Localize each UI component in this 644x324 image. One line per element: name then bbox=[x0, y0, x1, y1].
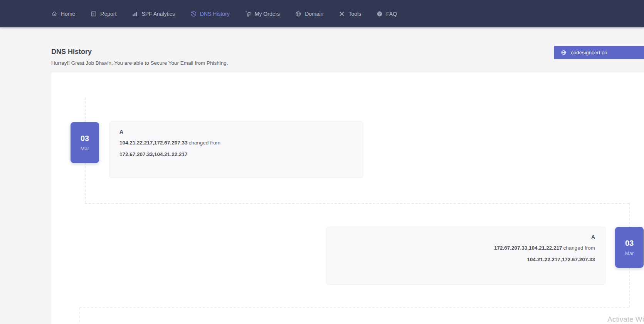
nav-item-label: DNS History bbox=[200, 11, 230, 17]
nav-item-dns-history[interactable]: DNS History bbox=[190, 11, 230, 17]
nav-item-label: My Orders bbox=[255, 11, 280, 17]
new-value: 172.67.207.33,104.21.22.217 bbox=[494, 245, 562, 251]
dns-change-card: A 104.21.22.217,172.67.207.33changed fro… bbox=[109, 121, 363, 178]
nav-item-faq[interactable]: ? FAQ bbox=[377, 11, 397, 17]
domain-selector-button[interactable]: codesigncert.co bbox=[554, 46, 644, 59]
nav-item-home[interactable]: Home bbox=[51, 11, 75, 17]
orders-icon bbox=[245, 11, 251, 17]
date-month: Mar bbox=[81, 146, 89, 151]
nav-item-label: Tools bbox=[348, 11, 361, 17]
change-text: changed from bbox=[188, 140, 220, 146]
page-subtitle: Hurray!! Great Job Bhavin, You are able … bbox=[51, 60, 228, 66]
date-day: 03 bbox=[81, 134, 89, 143]
dns-history-page: Home Report SPF Analytics bbox=[0, 0, 644, 324]
nav-item-label: FAQ bbox=[386, 11, 397, 17]
old-value: 104.21.22.217,172.67.207.33 bbox=[527, 257, 595, 262]
old-value: 172.67.207.33,104.21.22.217 bbox=[119, 151, 187, 157]
analytics-icon bbox=[132, 11, 138, 17]
change-text: changed from bbox=[563, 245, 595, 251]
faq-icon: ? bbox=[377, 11, 383, 17]
date-month: Mar bbox=[625, 250, 634, 256]
svg-text:?: ? bbox=[378, 12, 381, 16]
dns-history-panel: 03 Mar A 104.21.22.217,172.67.207.33chan… bbox=[51, 72, 644, 324]
report-icon bbox=[91, 11, 97, 17]
nav-item-label: Domain bbox=[305, 11, 323, 17]
nav-item-label: SPF Analytics bbox=[141, 11, 175, 17]
domain-button-label: codesigncert.co bbox=[571, 50, 607, 55]
nav-item-my-orders[interactable]: My Orders bbox=[245, 11, 280, 17]
tools-icon bbox=[339, 11, 345, 17]
page-title: DNS History bbox=[51, 48, 92, 56]
record-type: A bbox=[336, 234, 595, 240]
activate-windows-watermark: Activate Wi bbox=[607, 315, 644, 324]
nav-item-label: Home bbox=[61, 11, 75, 17]
nav-item-domain[interactable]: Domain bbox=[295, 11, 323, 17]
timeline-line-segment bbox=[79, 307, 629, 308]
timeline-date-badge: 03 Mar bbox=[71, 122, 99, 163]
timeline-line-segment bbox=[85, 203, 629, 204]
timeline-line-segment bbox=[79, 307, 80, 324]
globe-icon bbox=[295, 11, 301, 17]
globe-icon bbox=[561, 50, 567, 55]
timeline-date-badge: 03 Mar bbox=[615, 227, 644, 268]
nav-item-tools[interactable]: Tools bbox=[339, 11, 361, 17]
new-value: 104.21.22.217,172.67.207.33 bbox=[119, 140, 187, 146]
home-icon bbox=[51, 11, 57, 17]
nav-item-report[interactable]: Report bbox=[91, 11, 116, 17]
date-day: 03 bbox=[625, 239, 634, 248]
nav-item-label: Report bbox=[100, 11, 116, 17]
record-type: A bbox=[119, 129, 353, 135]
dns-change-card: A 172.67.207.33,104.21.22.217changed fro… bbox=[326, 227, 605, 285]
top-navigation: Home Report SPF Analytics bbox=[0, 0, 644, 27]
history-icon bbox=[190, 11, 197, 17]
nav-item-spf-analytics[interactable]: SPF Analytics bbox=[132, 11, 175, 17]
